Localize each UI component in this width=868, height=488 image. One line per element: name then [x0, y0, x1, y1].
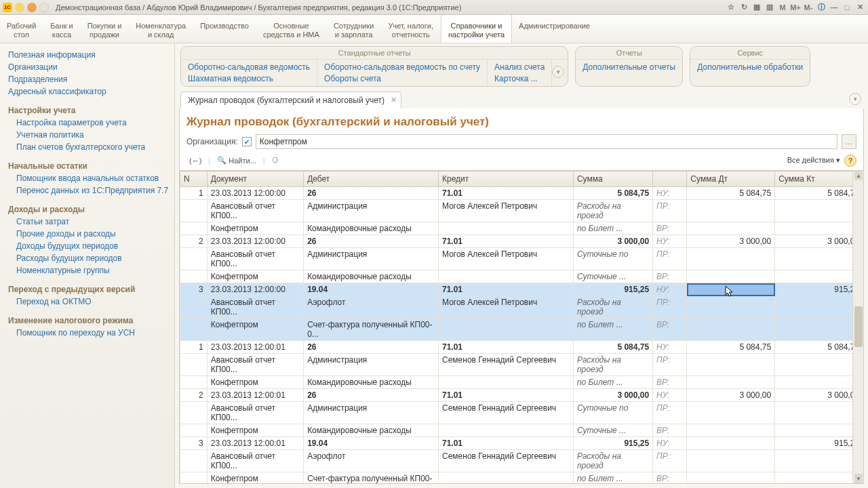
sidebar-item[interactable]: План счетов бухгалтерского учета	[8, 141, 172, 153]
org-label: Организация:	[186, 137, 238, 146]
sidebar-item[interactable]: Адресный классификатор	[8, 85, 172, 98]
toggle-columns-button[interactable]: (↔)	[186, 155, 204, 166]
org-input[interactable]: Конфетпром	[256, 134, 837, 149]
column-header[interactable]: Сумма Кт	[775, 171, 863, 187]
table-row[interactable]: 123.03.2013 12:00:002671.015 084,75НУ:5 …	[180, 187, 863, 200]
column-header[interactable]: Кредит	[439, 171, 574, 187]
vertical-scrollbar[interactable]: ▲ ▼	[852, 171, 863, 483]
sidebar-item[interactable]: Переход на ОКТМО	[8, 296, 172, 308]
column-header[interactable]: Документ	[207, 171, 303, 187]
table-row[interactable]: 123.03.2013 12:00:012671.015 084,75НУ:5 …	[180, 341, 863, 354]
sidebar-item[interactable]: Помощник по переходу на УСН	[8, 327, 172, 339]
ribbon-link[interactable]: Дополнительные обработки	[697, 62, 803, 72]
section-tab[interactable]: Рабочийстол	[0, 15, 43, 43]
close-window-icon[interactable]: ✕	[854, 2, 865, 13]
sidebar-heading: Изменение налогового режима	[8, 316, 172, 325]
section-tab[interactable]: Номенклатураи склад	[129, 15, 193, 43]
column-header[interactable]: Сумма Дт	[687, 171, 775, 187]
section-tab[interactable]: Основныесредства и НМА	[256, 15, 327, 43]
table-row[interactable]: Авансовый отчет КП00...АдминистрацияСеме…	[180, 354, 863, 376]
sidebar-heading: Доходы и расходы	[8, 205, 172, 214]
m-minus-icon[interactable]: M-	[803, 2, 814, 13]
close-tab-icon[interactable]: ✕	[391, 96, 397, 104]
calculator-icon[interactable]: ▦	[751, 2, 762, 13]
nav-back-icon[interactable]	[15, 3, 24, 12]
table-row[interactable]: Авансовый отчет КП00...АдминистрацияСеме…	[180, 402, 863, 424]
document-tab[interactable]: Журнал проводок (бухгалтерский и налогов…	[180, 92, 401, 108]
calendar-icon[interactable]: ▥	[764, 2, 775, 13]
nav-fwd-icon[interactable]	[27, 3, 37, 12]
table-row[interactable]: КонфетпромСчет-фактура полученный КП00-0…	[180, 319, 863, 341]
org-checkbox[interactable]: ✔	[242, 137, 252, 146]
sidebar-item[interactable]: Полезная информация	[8, 49, 172, 61]
ribbon-group: ОтчетыДополнительные отчеты	[575, 46, 683, 87]
table-row[interactable]: 323.03.2013 12:00:0019.0471.01915,25НУ:9…	[180, 283, 863, 296]
sidebar-item[interactable]: Прочие доходы и расходы	[8, 228, 172, 240]
table-row[interactable]: 223.03.2013 12:00:012671.013 000,00НУ:3 …	[180, 389, 863, 402]
document-tabstrip: Журнал проводок (бухгалтерский и налогов…	[175, 91, 868, 108]
sidebar-item[interactable]: Подразделения	[8, 73, 172, 85]
ribbon-link[interactable]: Оборотно-сальдовая ведомость по счету	[324, 62, 480, 72]
m-plus-icon[interactable]: M+	[790, 2, 801, 13]
ribbon-link[interactable]: Обороты счета	[324, 74, 480, 83]
scroll-thumb[interactable]	[854, 306, 863, 347]
scroll-up-icon[interactable]: ▲	[854, 171, 863, 180]
table-row[interactable]: КонфетпромКомандировочные расходыпо Биле…	[180, 376, 863, 389]
ribbon-link[interactable]: Оборотно-сальдовая ведомость	[188, 62, 310, 72]
all-actions-button[interactable]: Все действия ▾	[787, 156, 840, 165]
column-header[interactable]: Дебет	[304, 171, 439, 187]
section-tab[interactable]: Справочники инастройки учета	[441, 15, 512, 43]
page-title: Журнал проводок (бухгалтерский и налогов…	[180, 108, 863, 133]
sidebar-item[interactable]: Учетная политика	[8, 129, 172, 141]
org-select-button[interactable]: …	[842, 134, 856, 149]
help-button[interactable]: ?	[844, 155, 856, 167]
ribbon-link[interactable]: Анализ счета	[494, 62, 545, 72]
section-tab[interactable]: Покупки ипродажи	[81, 15, 130, 43]
window-title: Демонстрационная база / Абдулов Юрий Вла…	[52, 3, 723, 12]
column-header[interactable]: N	[180, 171, 208, 187]
sidebar-item[interactable]: Помощник ввода начальных остатков	[8, 172, 172, 184]
ribbon-link[interactable]: Карточка ...	[494, 74, 545, 83]
m-icon[interactable]: M	[777, 2, 788, 13]
sidebar-item[interactable]: Номенклатурные группы	[8, 264, 172, 277]
table-row[interactable]: КонфетпромКомандировочные расходыпо Биле…	[180, 222, 863, 235]
table-row[interactable]: 223.03.2013 12:00:002671.013 000,00НУ:3 …	[180, 235, 863, 248]
section-tab[interactable]: Учет, налоги,отчетность	[381, 15, 440, 43]
clear-filter-button[interactable]: ⚆	[269, 155, 281, 166]
ribbon-link[interactable]: Шахматная ведомость	[188, 74, 310, 83]
table-row[interactable]: КонфетпромКомандировочные расходыСуточны…	[180, 270, 863, 283]
favorites-icon[interactable]: ☆	[726, 2, 736, 13]
section-tab[interactable]: Производство	[193, 15, 256, 43]
sidebar-heading: Начальные остатки	[8, 161, 172, 171]
sidebar-item[interactable]: Настройка параметров учета	[8, 117, 172, 129]
column-header[interactable]: Сумма	[573, 171, 652, 187]
history-icon[interactable]: ↻	[738, 2, 749, 13]
nav-dropdown-icon[interactable]	[39, 3, 49, 12]
collapse-panel-icon[interactable]: ▾	[849, 93, 861, 105]
sidebar-item[interactable]: Статьи затрат	[8, 216, 172, 228]
section-tab[interactable]: Администрирование	[512, 15, 597, 43]
maximize-icon[interactable]: □	[842, 2, 852, 13]
table-row[interactable]: Авансовый отчет КП00...АэрофлотМогов Але…	[180, 296, 863, 319]
info-icon[interactable]: ⓘ	[816, 2, 827, 13]
sidebar-item[interactable]: Организации	[8, 61, 172, 73]
table-row[interactable]: КонфетпромСчет-фактура полученный КП00-0…	[180, 472, 863, 484]
ribbon-groups: Стандартные отчетыОборотно-сальдовая вед…	[175, 43, 868, 91]
table-row[interactable]: КонфетпромКомандировочные расходыСуточны…	[180, 424, 863, 437]
section-tab[interactable]: Банк икасса	[43, 15, 80, 43]
table-row[interactable]: 323.03.2013 12:00:0119.0471.01915,25НУ:9…	[180, 437, 863, 450]
table-row[interactable]: Авансовый отчет КП00...АдминистрацияМого…	[180, 200, 863, 222]
find-button[interactable]: 🔍 Найти...	[214, 155, 259, 166]
sidebar-item[interactable]: Перенос данных из 1С:Предприятия 7.7	[8, 184, 172, 197]
table-row[interactable]: Авансовый отчет КП00...АдминистрацияМого…	[180, 248, 863, 270]
sidebar-item[interactable]: Расходы будущих периодов	[8, 252, 172, 264]
section-tab[interactable]: Сотрудникии зарплата	[327, 15, 382, 43]
column-header[interactable]	[653, 171, 687, 187]
ribbon-more-icon[interactable]: ▾	[552, 66, 564, 78]
sidebar-item[interactable]: Доходы будущих периодов	[8, 240, 172, 252]
entries-table[interactable]: NДокументДебетКредитСуммаСумма ДтСумма К…	[180, 171, 863, 483]
scroll-down-icon[interactable]: ▼	[854, 474, 863, 483]
minimize-icon[interactable]: —	[829, 2, 840, 13]
table-row[interactable]: Авансовый отчет КП00...АэрофлотСеменов Г…	[180, 450, 863, 472]
ribbon-link[interactable]: Дополнительные отчеты	[583, 62, 675, 72]
